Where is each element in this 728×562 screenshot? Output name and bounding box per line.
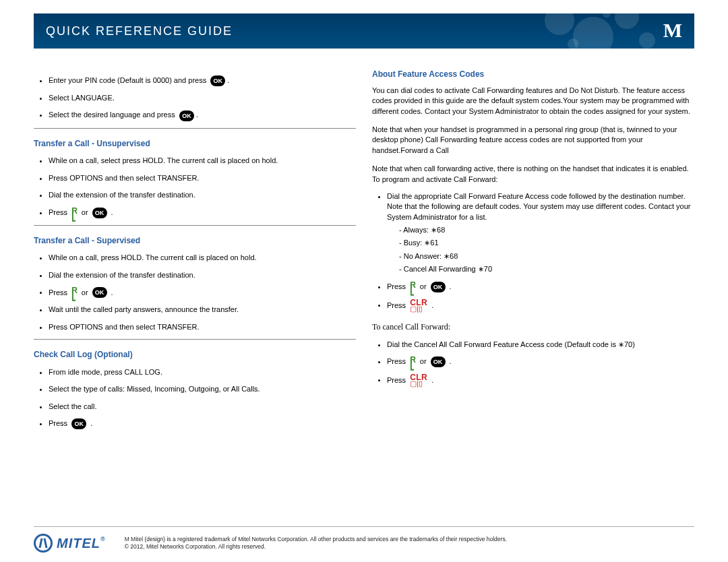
code-item: No Answer: ∗68 xyxy=(399,251,694,261)
svg-point-2 xyxy=(615,13,639,29)
text: Press xyxy=(387,301,406,311)
content-area: Enter your PIN code (Default is 0000) an… xyxy=(0,49,728,436)
text: or xyxy=(420,356,427,367)
paragraph: You can dial codes to activate Call Forw… xyxy=(372,86,694,117)
text: or xyxy=(82,288,88,298)
svg-point-5 xyxy=(568,38,578,49)
list-item: While on a call, press HOLD. The current… xyxy=(49,253,356,263)
svg-point-1 xyxy=(573,17,613,49)
list-item: Dial the extension of the transfer desti… xyxy=(49,190,356,200)
list-item: From idle mode, press CALL LOG. xyxy=(49,367,356,377)
list-item: Press R⎣ or OK . xyxy=(387,356,694,367)
text: or xyxy=(420,282,427,292)
list-item: Press CLR ▢|▯ . xyxy=(387,299,694,312)
text: Enter your PIN code (Default is 0000) an… xyxy=(49,76,206,84)
right-column: About Feature Access Codes You can dial … xyxy=(372,69,694,436)
text: Select the desired language and press xyxy=(49,111,175,119)
list-item: Press OK . xyxy=(49,418,356,429)
code-item: Busy: ∗61 xyxy=(399,238,694,248)
list-item: Select LANGUAGE. xyxy=(49,93,356,103)
page-title: Quick Reference Guide xyxy=(46,24,233,38)
clr-key-icon: CLR ▢|▯ xyxy=(410,374,427,387)
text: Press xyxy=(387,375,406,385)
list-item: Enter your PIN code (Default is 0000) an… xyxy=(49,75,356,86)
ok-icon: OK xyxy=(92,287,107,298)
ok-icon: OK xyxy=(431,356,446,367)
ok-icon: OK xyxy=(71,418,86,429)
header-bar: Quick Reference Guide M xyxy=(34,13,694,49)
list-item: Wait until the called party answers, ann… xyxy=(49,305,356,315)
list-item: Select the desired language and press OK… xyxy=(49,110,356,121)
text: or xyxy=(82,208,88,218)
list-item: Press CLR ▢|▯ . xyxy=(387,374,694,387)
ok-icon: OK xyxy=(92,208,107,218)
list-item: While on a call, select press HOLD. The … xyxy=(49,156,356,166)
list-item: Dial the extension of the transfer desti… xyxy=(49,270,356,280)
code-item: Always: ∗68 xyxy=(399,225,694,235)
text: Press xyxy=(49,208,67,218)
text: Dial the appropriate Call Forward Featur… xyxy=(387,192,690,221)
clr-key-icon: CLR ▢|▯ xyxy=(410,299,427,312)
footer: MITEL® M Mitel (design) is a registered … xyxy=(34,526,694,553)
footer-text: M Mitel (design) is a registered tradema… xyxy=(125,536,507,551)
list-item: Dial the appropriate Call Forward Featur… xyxy=(387,191,694,275)
section-title: Transfer a Call - Unsupervised xyxy=(34,138,356,150)
paragraph: Note that when call forwarding active, t… xyxy=(372,164,694,185)
ok-icon: OK xyxy=(179,111,194,121)
code-item: Cancel All Forwarding ∗70 xyxy=(399,264,694,274)
ok-icon: OK xyxy=(210,75,225,86)
sub-heading: To cancel Call Forward: xyxy=(372,321,694,333)
svg-point-4 xyxy=(603,13,611,18)
list-item: Press OPTIONS and then select TRANSFER. xyxy=(49,322,356,332)
call-key-icon: R⎣ xyxy=(410,356,416,367)
paragraph: Note that when your handset is programme… xyxy=(372,125,694,156)
left-column: Enter your PIN code (Default is 0000) an… xyxy=(34,69,356,436)
call-key-icon: R⎣ xyxy=(71,287,78,298)
text: Press xyxy=(49,418,67,429)
svg-point-0 xyxy=(545,13,574,35)
list-item: Press R⎣ or OK . xyxy=(49,287,356,298)
m-logo-icon: M xyxy=(663,19,682,42)
text: Press xyxy=(387,282,406,292)
list-item: Press R⎣ or OK . xyxy=(387,282,694,292)
decorative-circles xyxy=(533,13,667,49)
copyright-line: © 2012, Mitel Networks Corporation. All … xyxy=(125,543,507,551)
section-title: About Feature Access Codes xyxy=(372,69,694,80)
mitel-logo: MITEL® xyxy=(34,534,106,553)
ok-icon: OK xyxy=(431,282,446,292)
section-title: Check Call Log (Optional) xyxy=(34,349,356,361)
list-item: Press OPTIONS and then select TRANSFER. xyxy=(49,173,356,183)
list-item: Select the type of calls: Missed, Incomi… xyxy=(49,384,356,394)
call-key-icon: R⎣ xyxy=(71,208,78,218)
svg-point-3 xyxy=(639,32,655,49)
text: Press xyxy=(49,288,67,298)
list-item: Dial the Cancel All Call Forward Feature… xyxy=(387,340,694,350)
brand-name: MITEL® xyxy=(57,536,106,551)
trademark-line: M Mitel (design) is a registered tradema… xyxy=(125,536,507,543)
section-title: Transfer a Call - Supervised xyxy=(34,235,356,247)
call-key-icon: R⎣ xyxy=(410,282,416,292)
text: Press xyxy=(387,356,406,367)
mitel-mark-icon xyxy=(34,534,53,553)
list-item: Select the call. xyxy=(49,402,356,412)
list-item: Press R⎣ or OK . xyxy=(49,208,356,218)
